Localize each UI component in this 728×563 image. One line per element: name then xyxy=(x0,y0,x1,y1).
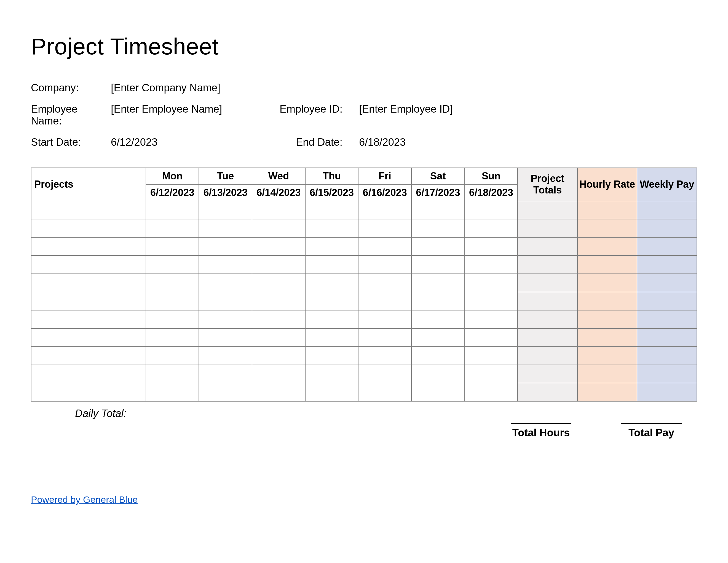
weekly-pay-cell[interactable] xyxy=(637,292,697,310)
hourly-rate-cell[interactable] xyxy=(577,255,637,274)
hours-cell[interactable] xyxy=(305,383,358,401)
hours-cell[interactable] xyxy=(199,219,252,237)
hours-cell[interactable] xyxy=(358,329,411,347)
weekly-pay-cell[interactable] xyxy=(637,201,697,219)
hours-cell[interactable] xyxy=(146,201,199,219)
hours-cell[interactable] xyxy=(199,310,252,329)
hours-cell[interactable] xyxy=(465,274,518,292)
project-total-cell[interactable] xyxy=(518,347,577,365)
hourly-rate-cell[interactable] xyxy=(577,274,637,292)
hours-cell[interactable] xyxy=(358,219,411,237)
hours-cell[interactable] xyxy=(411,329,465,347)
hours-cell[interactable] xyxy=(199,201,252,219)
hours-cell[interactable] xyxy=(305,274,358,292)
hours-cell[interactable] xyxy=(305,237,358,255)
hours-cell[interactable] xyxy=(358,347,411,365)
hours-cell[interactable] xyxy=(199,237,252,255)
project-total-cell[interactable] xyxy=(518,201,577,219)
hours-cell[interactable] xyxy=(305,292,358,310)
hours-cell[interactable] xyxy=(411,237,465,255)
hours-cell[interactable] xyxy=(146,365,199,383)
hours-cell[interactable] xyxy=(146,347,199,365)
hours-cell[interactable] xyxy=(411,201,465,219)
weekly-pay-cell[interactable] xyxy=(637,274,697,292)
start-date-value[interactable]: 6/12/2023 xyxy=(111,136,276,148)
hours-cell[interactable] xyxy=(305,201,358,219)
project-total-cell[interactable] xyxy=(518,365,577,383)
project-cell[interactable] xyxy=(31,237,146,255)
end-date-value[interactable]: 6/18/2023 xyxy=(359,136,469,148)
hours-cell[interactable] xyxy=(465,255,518,274)
hourly-rate-cell[interactable] xyxy=(577,383,637,401)
hours-cell[interactable] xyxy=(411,347,465,365)
hours-cell[interactable] xyxy=(358,292,411,310)
hours-cell[interactable] xyxy=(305,219,358,237)
hourly-rate-cell[interactable] xyxy=(577,347,637,365)
project-cell[interactable] xyxy=(31,383,146,401)
hours-cell[interactable] xyxy=(146,292,199,310)
hours-cell[interactable] xyxy=(411,255,465,274)
project-total-cell[interactable] xyxy=(518,292,577,310)
hours-cell[interactable] xyxy=(358,365,411,383)
hours-cell[interactable] xyxy=(358,383,411,401)
hours-cell[interactable] xyxy=(146,310,199,329)
weekly-pay-cell[interactable] xyxy=(637,329,697,347)
weekly-pay-cell[interactable] xyxy=(637,365,697,383)
hours-cell[interactable] xyxy=(252,347,305,365)
project-total-cell[interactable] xyxy=(518,310,577,329)
hours-cell[interactable] xyxy=(411,383,465,401)
hourly-rate-cell[interactable] xyxy=(577,365,637,383)
hours-cell[interactable] xyxy=(465,292,518,310)
hours-cell[interactable] xyxy=(358,201,411,219)
hours-cell[interactable] xyxy=(465,237,518,255)
project-cell[interactable] xyxy=(31,347,146,365)
hours-cell[interactable] xyxy=(252,292,305,310)
weekly-pay-cell[interactable] xyxy=(637,219,697,237)
hours-cell[interactable] xyxy=(199,274,252,292)
hours-cell[interactable] xyxy=(252,383,305,401)
weekly-pay-cell[interactable] xyxy=(637,255,697,274)
hours-cell[interactable] xyxy=(305,365,358,383)
weekly-pay-cell[interactable] xyxy=(637,383,697,401)
hours-cell[interactable] xyxy=(252,201,305,219)
hours-cell[interactable] xyxy=(146,329,199,347)
hours-cell[interactable] xyxy=(252,329,305,347)
hours-cell[interactable] xyxy=(358,255,411,274)
hours-cell[interactable] xyxy=(411,365,465,383)
project-total-cell[interactable] xyxy=(518,255,577,274)
hourly-rate-cell[interactable] xyxy=(577,201,637,219)
project-total-cell[interactable] xyxy=(518,329,577,347)
weekly-pay-cell[interactable] xyxy=(637,347,697,365)
employee-name-value[interactable]: [Enter Employee Name] xyxy=(111,103,276,127)
hours-cell[interactable] xyxy=(252,365,305,383)
hours-cell[interactable] xyxy=(465,219,518,237)
hourly-rate-cell[interactable] xyxy=(577,329,637,347)
hours-cell[interactable] xyxy=(199,365,252,383)
project-cell[interactable] xyxy=(31,255,146,274)
hours-cell[interactable] xyxy=(465,201,518,219)
hours-cell[interactable] xyxy=(199,347,252,365)
hours-cell[interactable] xyxy=(252,274,305,292)
project-cell[interactable] xyxy=(31,201,146,219)
hours-cell[interactable] xyxy=(358,274,411,292)
hours-cell[interactable] xyxy=(199,292,252,310)
hours-cell[interactable] xyxy=(146,274,199,292)
project-cell[interactable] xyxy=(31,274,146,292)
project-cell[interactable] xyxy=(31,329,146,347)
hours-cell[interactable] xyxy=(252,237,305,255)
hours-cell[interactable] xyxy=(199,329,252,347)
hours-cell[interactable] xyxy=(252,255,305,274)
project-total-cell[interactable] xyxy=(518,274,577,292)
powered-by-link[interactable]: Powered by General Blue xyxy=(31,494,138,505)
project-cell[interactable] xyxy=(31,219,146,237)
weekly-pay-cell[interactable] xyxy=(637,237,697,255)
hours-cell[interactable] xyxy=(252,219,305,237)
weekly-pay-cell[interactable] xyxy=(637,310,697,329)
hours-cell[interactable] xyxy=(465,329,518,347)
hourly-rate-cell[interactable] xyxy=(577,310,637,329)
hours-cell[interactable] xyxy=(252,310,305,329)
hours-cell[interactable] xyxy=(465,383,518,401)
hours-cell[interactable] xyxy=(465,310,518,329)
hours-cell[interactable] xyxy=(305,255,358,274)
hours-cell[interactable] xyxy=(411,219,465,237)
